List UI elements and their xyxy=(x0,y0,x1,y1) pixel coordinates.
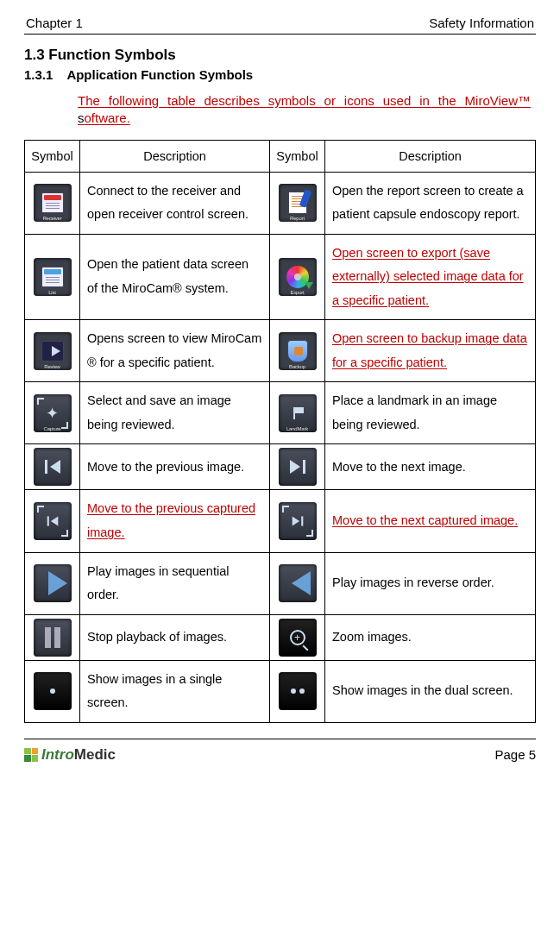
desc-cell: Move to the previous captured image. xyxy=(80,490,270,552)
col-description: Description xyxy=(80,140,270,172)
desc-cell: Play images in reverse order. xyxy=(325,552,536,614)
play-forward-icon xyxy=(34,564,72,602)
desc-cell: Show images in a single screen. xyxy=(80,660,270,722)
subsection-title: Application Function Symbols xyxy=(66,67,253,82)
landmark-icon: LandMark xyxy=(279,394,317,432)
desc-cell: Connect to the receiver and open receive… xyxy=(80,172,270,234)
desc-cell: Stop playback of images. xyxy=(80,614,270,660)
desc-cell: Opens screen to view MiroCam ® for a spe… xyxy=(80,320,270,382)
desc-cell: Move to the previous image. xyxy=(80,444,270,490)
desc-cell: Open the patient data screen of the Miro… xyxy=(80,234,270,320)
symbol-table: Symbol Description Symbol Description Re… xyxy=(24,140,536,723)
page-header: Chapter 1 Safety Information xyxy=(24,16,536,34)
section-heading: 1.3 Function Symbols xyxy=(24,47,536,64)
table-row: Play images in sequential order. Play im… xyxy=(25,552,536,614)
logo-mark-icon xyxy=(24,748,38,762)
desc-cell: Zoom images. xyxy=(325,614,536,660)
col-symbol: Symbol xyxy=(25,140,80,172)
export-icon: Export xyxy=(279,258,317,296)
list-icon: List xyxy=(34,258,72,296)
header-rule xyxy=(24,34,536,35)
table-row: Move to the previous captured image. Mov… xyxy=(25,490,536,552)
prev-captured-icon xyxy=(34,502,72,540)
prev-image-icon xyxy=(34,448,72,486)
desc-cell: Open the report screen to create a patie… xyxy=(325,172,536,234)
chapter-label: Chapter 1 xyxy=(26,16,83,30)
table-header-row: Symbol Description Symbol Description xyxy=(25,140,536,172)
page-footer: IntroMedic Page 5 xyxy=(24,746,536,764)
next-captured-icon xyxy=(279,502,317,540)
pause-icon xyxy=(34,619,72,657)
header-title: Safety Information xyxy=(429,16,534,30)
brand-logo: IntroMedic xyxy=(24,746,116,764)
col-symbol-2: Symbol xyxy=(270,140,325,172)
table-row: Move to the previous image. Move to the … xyxy=(25,444,536,490)
table-row: Show images in a single screen. Show ima… xyxy=(25,660,536,722)
intro-paragraph: The following table describes symbols or… xyxy=(78,92,531,128)
desc-cell: Select and save an image being reviewed. xyxy=(80,382,270,444)
play-reverse-icon xyxy=(279,564,317,602)
receiver-icon: Receiver xyxy=(34,184,72,222)
capture-icon: ✦ Capture xyxy=(34,394,72,432)
table-row: Review Opens screen to view MiroCam ® fo… xyxy=(25,320,536,382)
desc-cell: Open screen to backup image data for a s… xyxy=(325,320,536,382)
dual-screen-icon xyxy=(279,672,317,710)
desc-cell: Show images in the dual screen. xyxy=(325,660,536,722)
desc-cell: Place a landmark in an image being revie… xyxy=(325,382,536,444)
table-row: ✦ Capture Select and save an image being… xyxy=(25,382,536,444)
next-image-icon xyxy=(279,448,317,486)
single-screen-icon xyxy=(34,672,72,710)
desc-cell: Move to the next captured image. xyxy=(325,490,536,552)
footer-rule xyxy=(24,739,536,739)
desc-cell: Play images in sequential order. xyxy=(80,552,270,614)
report-icon: Report xyxy=(279,184,317,222)
table-row: List Open the patient data screen of the… xyxy=(25,234,536,320)
zoom-icon xyxy=(279,619,317,657)
page-number: Page 5 xyxy=(494,747,536,762)
subsection-heading: 1.3.1 Application Function Symbols xyxy=(24,67,536,82)
backup-icon: Backup xyxy=(279,332,317,370)
col-description-2: Description xyxy=(325,140,536,172)
symbol-table-wrap: Symbol Description Symbol Description Re… xyxy=(24,140,536,723)
subsection-number: 1.3.1 xyxy=(24,67,53,82)
desc-cell: Move to the next image. xyxy=(325,444,536,490)
table-row: Receiver Connect to the receiver and ope… xyxy=(25,172,536,234)
desc-cell: Open screen to export (save externally) … xyxy=(325,234,536,320)
review-icon: Review xyxy=(34,332,72,370)
table-row: Stop playback of images. Zoom images. xyxy=(25,614,536,660)
